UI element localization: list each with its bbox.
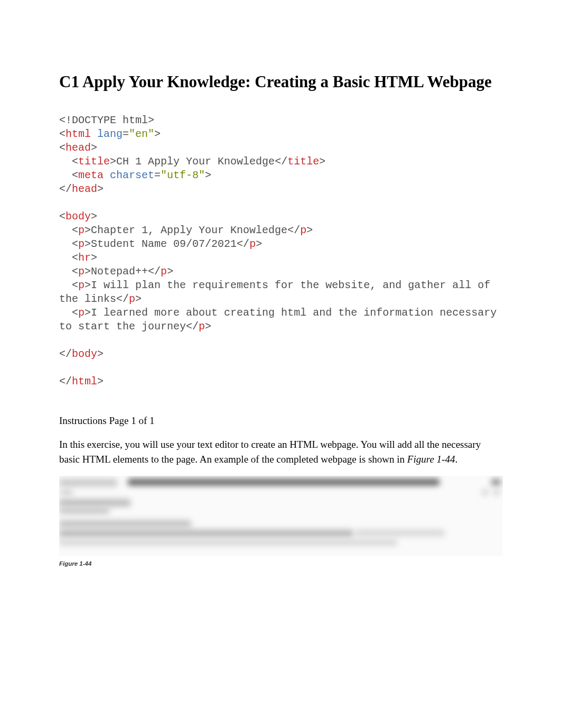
instructions-paragraph: In this exercise, you will use your text…	[59, 437, 503, 466]
instructions-label: Instructions Page 1 of 1	[59, 415, 503, 427]
code-doctype: <!DOCTYPE html>	[59, 114, 154, 126]
code-text: Student Name 09/07/2021	[91, 238, 237, 250]
code-tag-p: p	[78, 224, 85, 236]
code-tag-body: body	[66, 210, 91, 223]
code-text: CH 1 Apply Your Knowledge	[116, 155, 275, 168]
code-tag-html-close: html	[72, 375, 97, 388]
code-tag-html: html	[66, 128, 91, 140]
page-title: C1 Apply Your Knowledge: Creating a Basi…	[59, 71, 503, 93]
code-tag-hr: hr	[78, 252, 91, 264]
code-attr: charset	[110, 169, 154, 181]
figure-reference: Figure 1-44	[407, 454, 455, 465]
code-tag-meta: meta	[78, 169, 104, 181]
code-attr: lang	[97, 128, 123, 140]
code-tag-p: p	[78, 307, 85, 319]
code-string: "utf-8"	[161, 169, 205, 181]
code-tag-head-close: head	[72, 183, 97, 195]
code-tag-p: p	[78, 265, 85, 278]
code-string: "en"	[129, 128, 154, 140]
code-tag-p: p	[78, 279, 85, 291]
code-tag-p: p	[78, 238, 85, 250]
code-text: I learned more about creating html and t…	[59, 307, 503, 333]
code-tag-body-close: body	[72, 348, 97, 360]
figure-caption: Figure 1-44	[59, 560, 503, 567]
code-text: Notepad++	[91, 265, 148, 278]
code-block: <!DOCTYPE html> <html lang="en"> <head> …	[59, 114, 503, 389]
code-text: Chapter 1, Apply Your Knowledge	[91, 224, 287, 236]
code-tag-title: title	[78, 155, 110, 168]
figure-image	[59, 476, 503, 556]
code-tag-head: head	[66, 142, 91, 154]
